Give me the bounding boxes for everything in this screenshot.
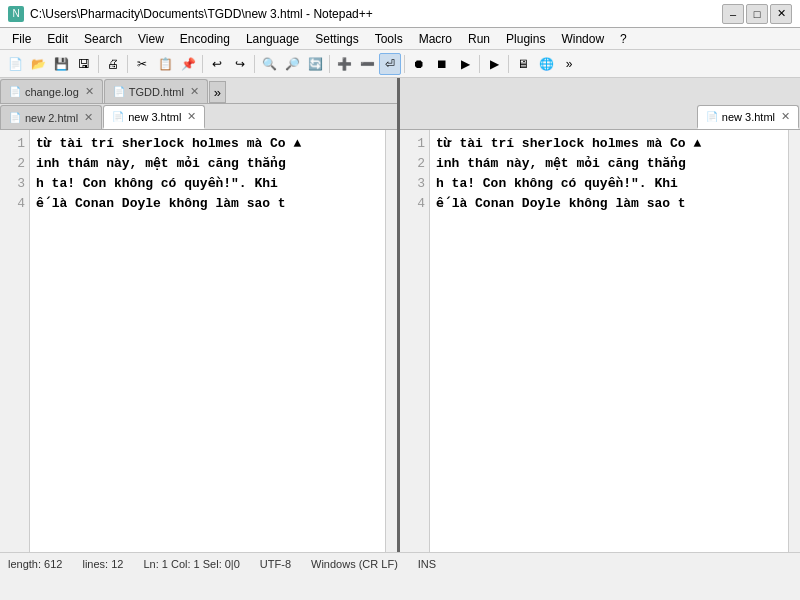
title-bar-left: N C:\Users\Pharmacity\Documents\TGDD\new…: [8, 6, 373, 22]
run-button[interactable]: ▶: [483, 53, 505, 75]
tgdd-tab-close[interactable]: ✕: [190, 85, 199, 98]
new2-tab-close[interactable]: ✕: [84, 111, 93, 124]
syntax-button[interactable]: 🖥: [512, 53, 534, 75]
menu-run[interactable]: Run: [460, 28, 498, 49]
line-num-3: 3: [0, 174, 29, 194]
save-button[interactable]: 💾: [50, 53, 72, 75]
toolbar-separator-2: [127, 55, 128, 73]
left-scrollbar[interactable]: [385, 130, 397, 552]
maximize-button[interactable]: □: [746, 4, 768, 24]
new3-left-tab-close[interactable]: ✕: [187, 110, 196, 123]
close-button[interactable]: ✕: [770, 4, 792, 24]
new3-left-tab-label: new 3.html: [128, 111, 181, 123]
paste-button[interactable]: 📌: [177, 53, 199, 75]
new3-left-tab-icon: 📄: [112, 111, 124, 122]
tab-new3-right[interactable]: 📄 new 3.html ✕: [697, 105, 799, 129]
new3-right-tab-close[interactable]: ✕: [781, 110, 790, 123]
left-code-line-4: ế là Conan Doyle không làm sao t: [36, 194, 379, 214]
right-line-num-4: 4: [400, 194, 429, 214]
left-code-content[interactable]: từ tài trí sherlock holmes mà Co ▲ inh t…: [30, 130, 385, 552]
left-bottom-tabs: 📄 new 2.html ✕ 📄 new 3.html ✕: [0, 104, 397, 130]
menu-edit[interactable]: Edit: [39, 28, 76, 49]
right-code-area[interactable]: 1 2 3 4 từ tài trí sherlock holmes mà Co…: [400, 130, 800, 552]
left-line-numbers: 1 2 3 4: [0, 130, 30, 552]
menu-search[interactable]: Search: [76, 28, 130, 49]
right-code-content[interactable]: từ tài trí sherlock holmes mà Co ▲ inh t…: [430, 130, 788, 552]
changelog-tab-icon: 📄: [9, 86, 21, 97]
window-title: C:\Users\Pharmacity\Documents\TGDD\new 3…: [30, 7, 373, 21]
left-code-area[interactable]: 1 2 3 4 từ tài trí sherlock holmes mà Co…: [0, 130, 397, 552]
toolbar-separator-4: [254, 55, 255, 73]
menu-window[interactable]: Window: [553, 28, 612, 49]
tab-new3-left[interactable]: 📄 new 3.html ✕: [103, 105, 205, 129]
right-line-num-2: 2: [400, 154, 429, 174]
left-top-tabs: 📄 change.log ✕ 📄 TGDD.html ✕ »: [0, 78, 397, 104]
window-controls[interactable]: – □ ✕: [722, 4, 792, 24]
status-encoding: UTF-8: [260, 558, 291, 570]
save-all-button[interactable]: 🖫: [73, 53, 95, 75]
open-button[interactable]: 📂: [27, 53, 49, 75]
macro-record-button[interactable]: ⏺: [408, 53, 430, 75]
toolbar-separator-1: [98, 55, 99, 73]
title-bar: N C:\Users\Pharmacity\Documents\TGDD\new…: [0, 0, 800, 28]
toolbar-separator-7: [479, 55, 480, 73]
left-tabs-more[interactable]: »: [209, 81, 226, 103]
menu-view[interactable]: View: [130, 28, 172, 49]
toolbar-separator-3: [202, 55, 203, 73]
right-code-line-3: h ta! Con không có quyền!". Khi: [436, 174, 782, 194]
menu-tools[interactable]: Tools: [367, 28, 411, 49]
undo-button[interactable]: ↩: [206, 53, 228, 75]
redo-button[interactable]: ↪: [229, 53, 251, 75]
macro-stop-button[interactable]: ⏹: [431, 53, 453, 75]
right-line-num-1: 1: [400, 134, 429, 154]
print-button[interactable]: 🖨: [102, 53, 124, 75]
find-button[interactable]: 🔍: [258, 53, 280, 75]
menu-file[interactable]: File: [4, 28, 39, 49]
right-scrollbar[interactable]: [788, 130, 800, 552]
new-button[interactable]: 📄: [4, 53, 26, 75]
macro-play-button[interactable]: ▶: [454, 53, 476, 75]
right-tab-row: 📄 new 3.html ✕: [697, 103, 800, 129]
tab-tgdd[interactable]: 📄 TGDD.html ✕: [104, 79, 208, 103]
zoom-out-button[interactable]: ➖: [356, 53, 378, 75]
ftp-button[interactable]: 🌐: [535, 53, 557, 75]
copy-button[interactable]: 📋: [154, 53, 176, 75]
status-bar: length: 612 lines: 12 Ln: 1 Col: 1 Sel: …: [0, 552, 800, 574]
line-num-2: 2: [0, 154, 29, 174]
menu-bar: File Edit Search View Encoding Language …: [0, 28, 800, 50]
menu-macro[interactable]: Macro: [411, 28, 460, 49]
menu-settings[interactable]: Settings: [307, 28, 366, 49]
menu-encoding[interactable]: Encoding: [172, 28, 238, 49]
zoom-in-button[interactable]: ➕: [333, 53, 355, 75]
status-ins: INS: [418, 558, 436, 570]
tab-new2[interactable]: 📄 new 2.html ✕: [0, 105, 102, 129]
line-num-4: 4: [0, 194, 29, 214]
toolbar-separator-6: [404, 55, 405, 73]
menu-plugins[interactable]: Plugins: [498, 28, 553, 49]
tab-changelog[interactable]: 📄 change.log ✕: [0, 79, 103, 103]
toolbar-separator-5: [329, 55, 330, 73]
menu-language[interactable]: Language: [238, 28, 307, 49]
new3-right-tab-icon: 📄: [706, 111, 718, 122]
new3-right-tab-label: new 3.html: [722, 111, 775, 123]
status-lines: lines: 12: [82, 558, 123, 570]
wrap-button[interactable]: ⏎: [379, 53, 401, 75]
new2-tab-label: new 2.html: [25, 112, 78, 124]
tgdd-tab-label: TGDD.html: [129, 86, 184, 98]
menu-help[interactable]: ?: [612, 28, 635, 49]
editor-container: 📄 change.log ✕ 📄 TGDD.html ✕ » 📄 new 2.h…: [0, 78, 800, 552]
app-icon: N: [8, 6, 24, 22]
cut-button[interactable]: ✂: [131, 53, 153, 75]
right-editor-panel: 📄 new 3.html ✕ 1 2 3 4 từ tài trí sherlo…: [400, 78, 800, 552]
replace-button[interactable]: 🔄: [304, 53, 326, 75]
changelog-tab-close[interactable]: ✕: [85, 85, 94, 98]
minimize-button[interactable]: –: [722, 4, 744, 24]
left-code-line-1: từ tài trí sherlock holmes mà Co ▲: [36, 134, 379, 154]
right-code-line-4: ế là Conan Doyle không làm sao t: [436, 194, 782, 214]
right-line-num-3: 3: [400, 174, 429, 194]
right-code-line-1: từ tài trí sherlock holmes mà Co ▲: [436, 134, 782, 154]
find-next-button[interactable]: 🔎: [281, 53, 303, 75]
more-button[interactable]: »: [558, 53, 580, 75]
toolbar: 📄 📂 💾 🖫 🖨 ✂ 📋 📌 ↩ ↪ 🔍 🔎 🔄 ➕ ➖ ⏎ ⏺ ⏹ ▶ ▶ …: [0, 50, 800, 78]
left-code-line-2: inh thám này, mệt mỏi căng thẳng: [36, 154, 379, 174]
